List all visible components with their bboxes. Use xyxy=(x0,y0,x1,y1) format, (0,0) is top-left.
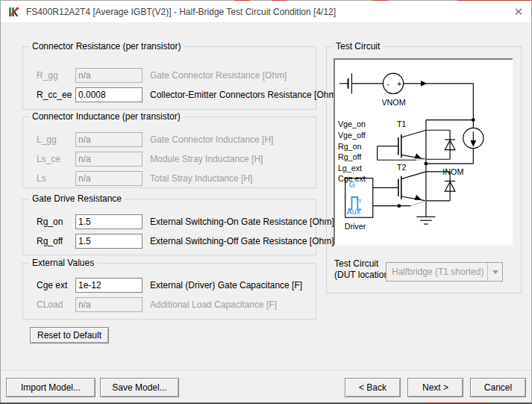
reset-to-default-button[interactable]: Reset to Default xyxy=(30,327,109,344)
ls-ce-input xyxy=(75,152,143,167)
rg-on-desc: External Switching-On Gate Resistance [O… xyxy=(150,217,334,227)
group-title: Connector Inductance (per transistor) xyxy=(29,111,184,122)
param-rg-on: Rg_on xyxy=(338,142,362,151)
group-connector-resistance: Connector Resistance (per transistor) R_… xyxy=(22,46,316,110)
window-top-edge xyxy=(0,0,532,1)
cload-label: CLoad xyxy=(37,299,75,310)
dut-location-label: Test Circuit (DUT location) xyxy=(334,258,392,281)
group-title: Test Circuit xyxy=(333,41,383,52)
window-left-edge xyxy=(0,0,1,404)
rg-off-label: Rg_off xyxy=(37,236,75,246)
test-circuit-diagram: - + VNOM INOM T1 T2 Vge_on Vge_off Rg_on… xyxy=(335,60,512,244)
param-vge-off: Vge_off xyxy=(338,131,366,140)
group-title: Connector Resistance (per transistor) xyxy=(29,41,184,52)
back-button[interactable]: < Back xyxy=(345,378,401,397)
inom-label: INOM xyxy=(442,167,463,176)
r-cc-ee-label: R_cc_ee xyxy=(37,90,75,100)
ls-input xyxy=(75,171,143,186)
group-title: External Values xyxy=(29,258,97,268)
vnom-label: VNOM xyxy=(381,98,405,107)
vnom-minus-sign: - xyxy=(387,79,389,88)
l-gg-desc: Gate Connector Inductance [H] xyxy=(150,134,273,145)
dut-location-label-line2: (DUT location) xyxy=(334,270,392,281)
cancel-button[interactable]: Cancel xyxy=(470,378,526,397)
chevron-down-icon xyxy=(487,263,502,281)
field-row-l-gg: L_gg Gate Connector Inductance [H] xyxy=(23,132,316,147)
cge-ext-desc: External (Driver) Gate Capacitance [F] xyxy=(150,280,302,290)
group-external-values: External Values Cge ext External (Driver… xyxy=(22,263,316,320)
field-row-cge-ext: Cge ext External (Driver) Gate Capacitan… xyxy=(23,278,316,293)
ls-ce-desc: Module Stray Inductance [H] xyxy=(150,154,263,164)
window-title: FS400R12A2T4 [Average IGBT(V2)] - Half-B… xyxy=(26,7,336,17)
ls-desc: Total Stray Inductance [H] xyxy=(150,173,252,184)
t1-label: T1 xyxy=(397,119,407,128)
r-gg-input xyxy=(75,68,143,83)
test-circuit-panel: - + VNOM INOM T1 T2 Vge_on Vge_off Rg_on… xyxy=(334,58,513,246)
title-bar: FS400R12A2T4 [Average IGBT(V2)] - Half-B… xyxy=(1,1,531,23)
driver-aux-terminal-label: Aux xyxy=(347,207,361,216)
rg-off-desc: External Switching-Off Gate Resistance [… xyxy=(150,236,334,246)
footer-separator xyxy=(0,370,532,372)
rg-off-input[interactable] xyxy=(75,234,143,249)
dut-location-value: Halfbridge (T1 shorted) xyxy=(387,267,487,277)
import-model-button[interactable]: Import Model... xyxy=(6,378,96,397)
driver-g-terminal-label: G xyxy=(349,180,355,189)
t2-label: T2 xyxy=(397,163,407,172)
dut-location-label-line1: Test Circuit xyxy=(334,258,392,270)
r-cc-ee-desc: Collector-Emitter Connectors Resistance … xyxy=(150,90,339,100)
driver-label: Driver xyxy=(345,222,366,231)
ls-label: Ls xyxy=(37,173,75,184)
rg-on-input[interactable] xyxy=(75,214,143,229)
group-connector-inductance: Connector Inductance (per transistor) L_… xyxy=(22,116,316,188)
field-row-rg-on: Rg_on External Switching-On Gate Resista… xyxy=(23,214,316,229)
field-row-r-cc-ee: R_cc_ee Collector-Emitter Connectors Res… xyxy=(23,87,316,102)
r-gg-desc: Gate Connector Resistance [Ohm] xyxy=(150,70,287,81)
param-lg-ext: Lg_ext xyxy=(338,164,362,173)
field-row-rg-off: Rg_off External Switching-Off Gate Resis… xyxy=(23,234,316,249)
cge-ext-label: Cge ext xyxy=(37,280,75,290)
field-row-r-gg: R_gg Gate Connector Resistance [Ohm] xyxy=(23,68,316,83)
close-icon[interactable]: ✕ xyxy=(506,1,531,23)
l-gg-label: L_gg xyxy=(37,134,75,145)
param-rg-off: Rg_off xyxy=(338,152,361,161)
app-icon xyxy=(8,6,20,18)
field-row-ls: Ls Total Stray Inductance [H] xyxy=(23,171,316,186)
vnom-plus-sign: + xyxy=(397,79,401,88)
next-button[interactable]: Next > xyxy=(407,378,463,397)
r-gg-label: R_gg xyxy=(37,70,75,81)
field-row-cload: CLoad Additional Load Capacitance [F] xyxy=(23,297,316,312)
dut-location-select: Halfbridge (T1 shorted) xyxy=(386,262,503,282)
r-cc-ee-input[interactable] xyxy=(75,87,143,102)
cload-input xyxy=(75,297,143,312)
cge-ext-input[interactable] xyxy=(75,278,143,293)
l-gg-input xyxy=(75,132,143,147)
rg-on-label: Rg_on xyxy=(37,217,75,227)
cload-desc: Additional Load Capacitance [F] xyxy=(150,299,277,310)
group-gate-drive-resistance: Gate Drive Resistance Rg_on External Swi… xyxy=(22,199,316,255)
field-row-ls-ce: Ls_ce Module Stray Inductance [H] xyxy=(23,152,316,167)
ls-ce-label: Ls_ce xyxy=(37,154,75,164)
param-vge-on: Vge_on xyxy=(338,119,366,128)
driver-v-label: V xyxy=(358,198,362,203)
save-model-button[interactable]: Save Model... xyxy=(100,378,179,397)
group-title: Gate Drive Resistance xyxy=(29,193,125,204)
group-test-circuit: Test Circuit xyxy=(326,46,522,293)
